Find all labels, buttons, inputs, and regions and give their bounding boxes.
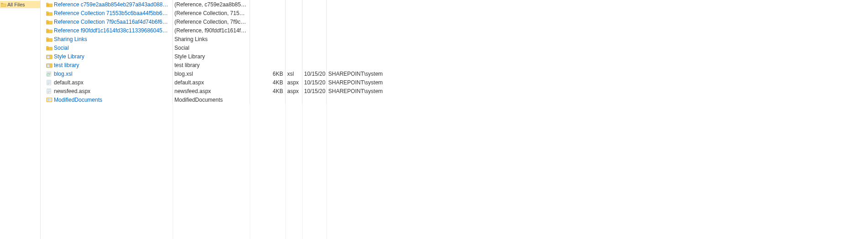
tree-item-all-files[interactable]: All Files (0, 1, 40, 8)
svg-rect-23 (47, 74, 49, 76)
file-name-link[interactable]: blog.xsl (54, 71, 73, 77)
tree-item-label: All Files (7, 2, 25, 7)
folder-icon (46, 45, 53, 51)
cell-title-text: (Reference, c759e2aa8b854eb297… (174, 1, 247, 8)
cell-modified-by: SHAREPOINT\system (326, 69, 389, 78)
cell-modified-by (326, 95, 389, 104)
svg-rect-3 (47, 13, 47, 15)
cell-size: 6KB (250, 69, 285, 78)
cell-name: Reference Collection 7f9c5aa116af4d74b6f… (41, 17, 173, 26)
file-row[interactable]: newsfeed.aspxnewsfeed.aspx4KBaspx10/15/2… (41, 87, 868, 95)
cell-modified-by (326, 26, 389, 35)
file-row[interactable]: SocialSocial (41, 43, 868, 52)
cell-modified: 10/15/20… (302, 69, 326, 78)
cell-modified-by (326, 9, 389, 17)
cell-size: 4KB (250, 87, 285, 95)
cell-title-text: (Reference Collection, 71553b5c6… (174, 10, 247, 16)
file-row[interactable]: ModifiedDocumentsModifiedDocuments (41, 95, 868, 104)
library-folder-icon (46, 62, 53, 68)
folder-icon (46, 2, 53, 7)
cell-name: Reference c759e2aa8b854eb297a843ad088ae0… (41, 0, 173, 9)
file-row[interactable]: Reference c759e2aa8b854eb297a843ad088ae0… (41, 0, 868, 9)
svg-rect-27 (47, 89, 51, 90)
file-name-link[interactable]: Social (54, 45, 69, 51)
file-row[interactable]: Reference Collection 71553b5c6baa44f5bb6… (41, 9, 868, 17)
cell-name: default.aspx (41, 78, 173, 87)
cell-size (250, 52, 285, 61)
cell-type (285, 0, 302, 9)
cell-title: (Reference Collection, 71553b5c6… (173, 9, 250, 17)
sharepoint-list-icon (46, 97, 53, 103)
svg-rect-14 (48, 39, 49, 41)
file-row[interactable]: Reference Collection 7f9c5aa116af4d74b6f… (41, 17, 868, 26)
cell-size: 4KB (250, 78, 285, 87)
cell-size (250, 61, 285, 69)
file-name-text: default.aspx (54, 79, 84, 86)
svg-rect-0 (47, 4, 47, 6)
cell-size (250, 0, 285, 9)
cell-name: Social (41, 43, 173, 52)
cell-type (285, 61, 302, 69)
cell-title: Social (173, 43, 250, 52)
cell-size (250, 95, 285, 104)
file-row[interactable]: default.aspxdefault.aspx4KBaspx10/15/20…… (41, 78, 868, 87)
cell-type (285, 17, 302, 26)
aspx-file-icon (46, 88, 53, 94)
svg-rect-5 (48, 13, 49, 15)
cell-type (285, 43, 302, 52)
file-row[interactable]: test librarytest library (41, 61, 868, 69)
svg-rect-12 (47, 39, 47, 41)
svg-rect-4 (48, 13, 48, 15)
svg-rect-2 (48, 4, 49, 6)
cell-modified-by (326, 0, 389, 9)
cell-name: Reference f90fddf1c1614fd38c113396860454… (41, 26, 173, 35)
cell-name: ModifiedDocuments (41, 95, 173, 104)
cell-modified (302, 26, 326, 35)
svg-rect-8 (48, 21, 49, 23)
cell-type (285, 52, 302, 61)
cell-title-text: Social (174, 45, 189, 51)
file-row[interactable]: Sharing LinksSharing Links (41, 35, 868, 43)
file-name-link[interactable]: Reference Collection 7f9c5aa116af4d74b6f… (54, 19, 170, 25)
cell-type (285, 26, 302, 35)
file-name-link[interactable]: Reference c759e2aa8b854eb297a843ad088ae0… (54, 1, 170, 8)
svg-rect-7 (48, 21, 48, 23)
cell-modified-by: SHAREPOINT\system (326, 78, 389, 87)
cell-title-text: default.aspx (174, 79, 204, 86)
svg-rect-1 (48, 4, 48, 6)
cell-modified (302, 35, 326, 43)
file-row[interactable]: Reference f90fddf1c1614fd38c113396860454… (41, 26, 868, 35)
cell-title-text: Sharing Links (174, 36, 208, 42)
cell-type (285, 35, 302, 43)
file-name-link[interactable]: Style Library (54, 53, 84, 60)
tree-sidebar: All Files (0, 0, 41, 239)
cell-name: test library (41, 61, 173, 69)
file-name-link[interactable]: Reference Collection 71553b5c6baa44f5bb6… (54, 10, 170, 16)
cell-title: (Reference, f90fddf1c1614fd38c1… (173, 26, 250, 35)
file-row[interactable]: blog.xslblog.xsl6KBxsl10/15/20…SHAREPOIN… (41, 69, 868, 78)
svg-rect-9 (47, 30, 47, 32)
cell-name: Sharing Links (41, 35, 173, 43)
file-name-link[interactable]: Sharing Links (54, 36, 87, 42)
svg-rect-15 (47, 47, 47, 49)
file-list-pane: Reference c759e2aa8b854eb297a843ad088ae0… (41, 0, 868, 239)
cell-modified-by: SHAREPOINT\system (326, 87, 389, 95)
file-name-link[interactable]: ModifiedDocuments (54, 97, 102, 103)
cell-title: test library (173, 61, 250, 69)
file-name-link[interactable]: test library (54, 62, 79, 68)
svg-rect-25 (47, 80, 51, 82)
file-row[interactable]: Style LibraryStyle Library (41, 52, 868, 61)
cell-modified-by (326, 61, 389, 69)
file-rows: Reference c759e2aa8b854eb297a843ad088ae0… (41, 0, 868, 239)
cell-type (285, 9, 302, 17)
cell-title: blog.xsl (173, 69, 250, 78)
aspx-file-icon (46, 80, 53, 85)
svg-rect-11 (48, 30, 49, 32)
app-root: All Files Reference c759e2aa8b854eb297a8… (0, 0, 868, 239)
file-name-link[interactable]: Reference f90fddf1c1614fd38c113396860454… (54, 27, 170, 34)
cell-type (285, 95, 302, 104)
cell-type: xsl (285, 69, 302, 78)
cell-modified-by (326, 43, 389, 52)
svg-rect-6 (47, 21, 47, 23)
cell-title-text: Style Library (174, 53, 205, 60)
